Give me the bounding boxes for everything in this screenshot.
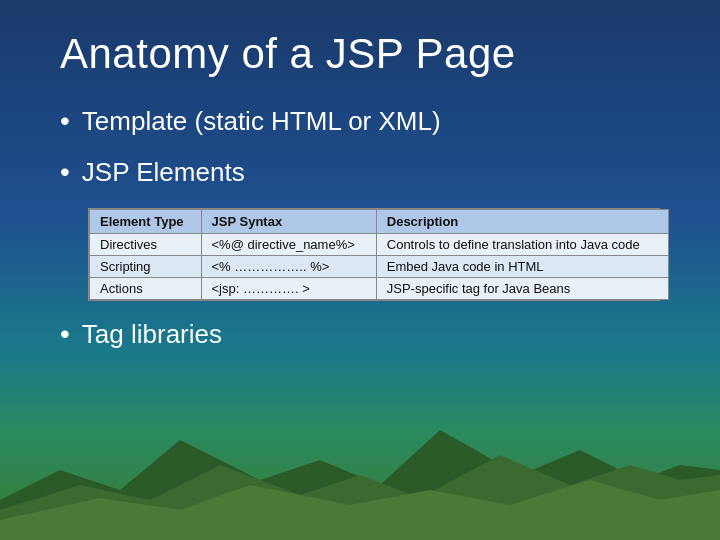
col-header-element-type: Element Type	[90, 210, 202, 234]
slide-content: Anatomy of a JSP Page • Template (static…	[0, 0, 720, 390]
bullet-dot-3: •	[60, 319, 70, 350]
mountain-silhouette	[0, 410, 720, 540]
table-cell-1-2: Embed Java code in HTML	[376, 256, 668, 278]
bullet-dot-2: •	[60, 157, 70, 188]
bullet-jsp-elements-text: JSP Elements	[82, 157, 245, 188]
slide-title: Anatomy of a JSP Page	[60, 30, 660, 78]
bullet-jsp-elements: • JSP Elements	[60, 157, 660, 188]
bullet-dot-1: •	[60, 106, 70, 137]
col-header-description: Description	[376, 210, 668, 234]
table-cell-2-2: JSP-specific tag for Java Beans	[376, 278, 668, 300]
table-cell-0-0: Directives	[90, 234, 202, 256]
table-cell-1-1: <% …………….. %>	[201, 256, 376, 278]
jsp-elements-table-container: Element Type JSP Syntax Description Dire…	[88, 208, 660, 301]
table-row: Scripting<% …………….. %>Embed Java code in…	[90, 256, 669, 278]
table-header-row: Element Type JSP Syntax Description	[90, 210, 669, 234]
table-cell-1-0: Scripting	[90, 256, 202, 278]
table-cell-2-0: Actions	[90, 278, 202, 300]
table-row: Actions<jsp: …………. >JSP-specific tag for…	[90, 278, 669, 300]
table-cell-0-1: <%@ directive_name%>	[201, 234, 376, 256]
bullet-template: • Template (static HTML or XML)	[60, 106, 660, 137]
bullet-template-text: Template (static HTML or XML)	[82, 106, 441, 137]
jsp-elements-table: Element Type JSP Syntax Description Dire…	[89, 209, 669, 300]
bullet-tag-libraries-text: Tag libraries	[82, 319, 222, 350]
table-row: Directives<%@ directive_name%>Controls t…	[90, 234, 669, 256]
bullet-tag-libraries: • Tag libraries	[60, 319, 660, 350]
col-header-syntax: JSP Syntax	[201, 210, 376, 234]
table-cell-0-2: Controls to define translation into Java…	[376, 234, 668, 256]
table-cell-2-1: <jsp: …………. >	[201, 278, 376, 300]
